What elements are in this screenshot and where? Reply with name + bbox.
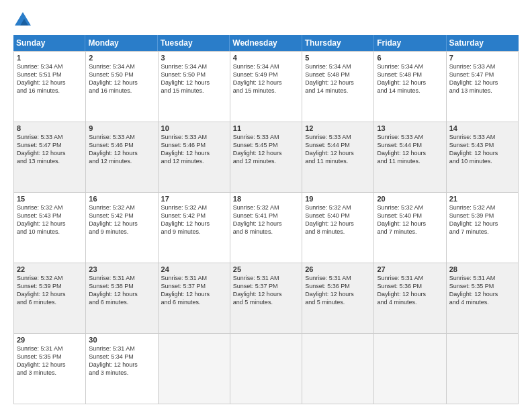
day-info: Sunrise: 5:33 AMSunset: 5:45 PMDaylight:…	[233, 133, 299, 166]
calendar-cell-day-20: 20Sunrise: 5:32 AMSunset: 5:40 PMDayligh…	[374, 193, 446, 263]
day-number: 28	[449, 265, 515, 273]
day-number: 21	[449, 195, 515, 203]
day-info: Sunrise: 5:34 AMSunset: 5:50 PMDaylight:…	[161, 62, 227, 95]
day-number: 23	[89, 265, 154, 273]
calendar-cell-day-2: 2Sunrise: 5:34 AMSunset: 5:50 PMDaylight…	[86, 52, 158, 122]
day-info: Sunrise: 5:34 AMSunset: 5:50 PMDaylight:…	[89, 62, 154, 95]
day-info: Sunrise: 5:32 AMSunset: 5:41 PMDaylight:…	[233, 203, 299, 236]
day-info: Sunrise: 5:34 AMSunset: 5:49 PMDaylight:…	[233, 62, 299, 95]
calendar-cell-day-12: 12Sunrise: 5:33 AMSunset: 5:44 PMDayligh…	[302, 122, 374, 193]
day-info: Sunrise: 5:31 AMSunset: 5:38 PMDaylight:…	[89, 274, 154, 307]
calendar-cell-day-13: 13Sunrise: 5:33 AMSunset: 5:44 PMDayligh…	[374, 122, 446, 193]
day-number: 5	[305, 54, 371, 62]
day-number: 6	[377, 54, 443, 62]
header-day-tuesday: Tuesday	[158, 35, 230, 51]
day-number: 16	[89, 195, 154, 203]
day-number: 26	[305, 265, 371, 273]
day-number: 18	[233, 195, 299, 203]
calendar-cell-empty	[302, 334, 374, 404]
calendar-cell-day-11: 11Sunrise: 5:33 AMSunset: 5:45 PMDayligh…	[230, 122, 302, 193]
header-day-sunday: Sunday	[13, 35, 85, 51]
calendar-cell-day-5: 5Sunrise: 5:34 AMSunset: 5:48 PMDaylight…	[302, 52, 374, 122]
calendar-cell-day-14: 14Sunrise: 5:33 AMSunset: 5:43 PMDayligh…	[447, 122, 519, 193]
day-info: Sunrise: 5:33 AMSunset: 5:47 PMDaylight:…	[17, 133, 83, 166]
calendar-cell-day-6: 6Sunrise: 5:34 AMSunset: 5:48 PMDaylight…	[374, 52, 446, 122]
day-info: Sunrise: 5:33 AMSunset: 5:44 PMDaylight:…	[305, 133, 371, 166]
day-info: Sunrise: 5:32 AMSunset: 5:42 PMDaylight:…	[89, 203, 154, 236]
day-info: Sunrise: 5:33 AMSunset: 5:43 PMDaylight:…	[449, 133, 515, 166]
calendar-cell-day-26: 26Sunrise: 5:31 AMSunset: 5:36 PMDayligh…	[302, 263, 374, 334]
calendar-row-1: 1Sunrise: 5:34 AMSunset: 5:51 PMDaylight…	[14, 52, 519, 122]
day-number: 17	[161, 195, 227, 203]
page: SundayMondayTuesdayWednesdayThursdayFrid…	[0, 0, 532, 411]
day-info: Sunrise: 5:33 AMSunset: 5:46 PMDaylight:…	[89, 133, 154, 166]
calendar-cell-day-27: 27Sunrise: 5:31 AMSunset: 5:36 PMDayligh…	[374, 263, 446, 334]
day-info: Sunrise: 5:31 AMSunset: 5:34 PMDaylight:…	[89, 345, 154, 377]
day-number: 27	[377, 265, 443, 273]
calendar-cell-day-10: 10Sunrise: 5:33 AMSunset: 5:46 PMDayligh…	[159, 122, 230, 193]
day-number: 1	[17, 54, 83, 62]
header-day-wednesday: Wednesday	[230, 35, 302, 51]
logo-icon	[13, 11, 32, 30]
calendar-cell-day-15: 15Sunrise: 5:32 AMSunset: 5:43 PMDayligh…	[14, 193, 86, 263]
calendar-cell-day-16: 16Sunrise: 5:32 AMSunset: 5:42 PMDayligh…	[86, 193, 158, 263]
calendar-cell-day-9: 9Sunrise: 5:33 AMSunset: 5:46 PMDaylight…	[86, 122, 158, 193]
calendar-cell-day-28: 28Sunrise: 5:31 AMSunset: 5:35 PMDayligh…	[447, 263, 519, 334]
calendar-cell-day-24: 24Sunrise: 5:31 AMSunset: 5:37 PMDayligh…	[159, 263, 230, 334]
header-day-monday: Monday	[85, 35, 157, 51]
day-number: 22	[17, 265, 83, 273]
calendar-cell-day-19: 19Sunrise: 5:32 AMSunset: 5:40 PMDayligh…	[302, 193, 374, 263]
day-number: 25	[233, 265, 299, 273]
day-number: 4	[233, 54, 299, 62]
day-info: Sunrise: 5:31 AMSunset: 5:36 PMDaylight:…	[377, 274, 443, 307]
day-info: Sunrise: 5:32 AMSunset: 5:43 PMDaylight:…	[17, 203, 83, 236]
day-number: 11	[233, 124, 299, 132]
day-number: 2	[89, 54, 154, 62]
header-day-saturday: Saturday	[447, 35, 519, 51]
calendar-cell-empty	[230, 334, 302, 404]
day-info: Sunrise: 5:31 AMSunset: 5:36 PMDaylight:…	[305, 274, 371, 307]
day-number: 19	[305, 195, 371, 203]
day-info: Sunrise: 5:31 AMSunset: 5:35 PMDaylight:…	[17, 345, 83, 377]
calendar-row-2: 8Sunrise: 5:33 AMSunset: 5:47 PMDaylight…	[14, 122, 519, 193]
calendar-cell-day-1: 1Sunrise: 5:34 AMSunset: 5:51 PMDaylight…	[14, 52, 86, 122]
day-number: 10	[161, 124, 227, 132]
logo	[13, 11, 35, 30]
day-info: Sunrise: 5:32 AMSunset: 5:39 PMDaylight:…	[17, 274, 83, 307]
calendar-cell-day-4: 4Sunrise: 5:34 AMSunset: 5:49 PMDaylight…	[230, 52, 302, 122]
day-number: 29	[17, 336, 83, 344]
calendar-cell-day-7: 7Sunrise: 5:33 AMSunset: 5:47 PMDaylight…	[447, 52, 519, 122]
day-info: Sunrise: 5:33 AMSunset: 5:47 PMDaylight:…	[449, 62, 515, 95]
day-number: 3	[161, 54, 227, 62]
day-info: Sunrise: 5:32 AMSunset: 5:40 PMDaylight:…	[305, 203, 371, 236]
calendar-cell-day-25: 25Sunrise: 5:31 AMSunset: 5:37 PMDayligh…	[230, 263, 302, 334]
day-number: 12	[305, 124, 371, 132]
day-info: Sunrise: 5:32 AMSunset: 5:39 PMDaylight:…	[449, 203, 515, 236]
calendar-cell-day-30: 30Sunrise: 5:31 AMSunset: 5:34 PMDayligh…	[86, 334, 158, 404]
calendar-cell-day-18: 18Sunrise: 5:32 AMSunset: 5:41 PMDayligh…	[230, 193, 302, 263]
calendar-body: 1Sunrise: 5:34 AMSunset: 5:51 PMDaylight…	[13, 51, 519, 404]
calendar-cell-day-22: 22Sunrise: 5:32 AMSunset: 5:39 PMDayligh…	[14, 263, 86, 334]
day-number: 8	[17, 124, 83, 132]
day-info: Sunrise: 5:33 AMSunset: 5:46 PMDaylight:…	[161, 133, 227, 166]
calendar-cell-empty	[374, 334, 446, 404]
day-info: Sunrise: 5:33 AMSunset: 5:44 PMDaylight:…	[377, 133, 443, 166]
calendar-cell-day-23: 23Sunrise: 5:31 AMSunset: 5:38 PMDayligh…	[86, 263, 158, 334]
day-info: Sunrise: 5:32 AMSunset: 5:40 PMDaylight:…	[377, 203, 443, 236]
day-number: 20	[377, 195, 443, 203]
calendar-cell-day-29: 29Sunrise: 5:31 AMSunset: 5:35 PMDayligh…	[14, 334, 86, 404]
calendar-row-4: 22Sunrise: 5:32 AMSunset: 5:39 PMDayligh…	[14, 263, 519, 334]
day-info: Sunrise: 5:34 AMSunset: 5:48 PMDaylight:…	[305, 62, 371, 95]
day-info: Sunrise: 5:34 AMSunset: 5:48 PMDaylight:…	[377, 62, 443, 95]
day-info: Sunrise: 5:31 AMSunset: 5:37 PMDaylight:…	[161, 274, 227, 307]
day-number: 14	[449, 124, 515, 132]
calendar: SundayMondayTuesdayWednesdayThursdayFrid…	[13, 35, 519, 404]
day-info: Sunrise: 5:34 AMSunset: 5:51 PMDaylight:…	[17, 62, 83, 95]
day-number: 30	[89, 336, 154, 344]
header-day-thursday: Thursday	[302, 35, 374, 51]
day-number: 24	[161, 265, 227, 273]
calendar-cell-empty	[159, 334, 230, 404]
calendar-cell-day-17: 17Sunrise: 5:32 AMSunset: 5:42 PMDayligh…	[159, 193, 230, 263]
calendar-row-3: 15Sunrise: 5:32 AMSunset: 5:43 PMDayligh…	[14, 193, 519, 263]
day-number: 9	[89, 124, 154, 132]
